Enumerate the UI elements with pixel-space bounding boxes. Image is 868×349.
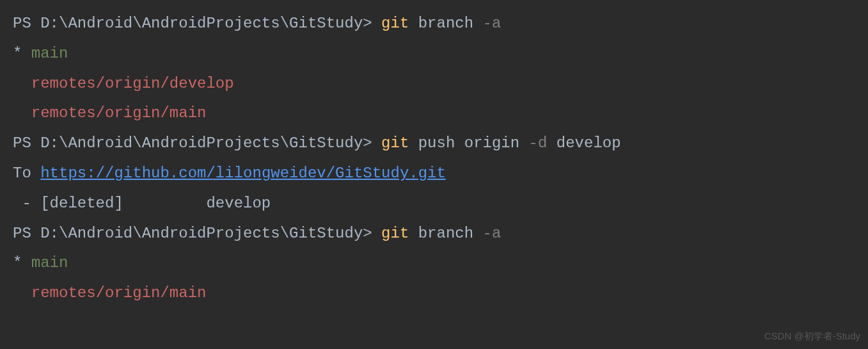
- terminal-line-2: * main: [13, 39, 859, 69]
- terminal-line-3: remotes/origin/develop: [13, 69, 859, 99]
- remote-branch: remotes/origin/develop: [31, 75, 234, 92]
- deleted-prefix: - [deleted]: [13, 195, 206, 212]
- deleted-branch: develop: [206, 195, 271, 212]
- current-branch: main: [31, 254, 68, 272]
- terminal-line-8: PS D:\Android\AndroidProjects\GitStudy> …: [13, 219, 859, 249]
- current-branch-marker: *: [13, 45, 22, 62]
- terminal-line-4: remotes/origin/main: [13, 99, 859, 129]
- ps-prompt: PS D:\Android\AndroidProjects\GitStudy>: [13, 225, 381, 242]
- terminal-line-1: PS D:\Android\AndroidProjects\GitStudy> …: [13, 9, 859, 39]
- ps-prompt: PS D:\Android\AndroidProjects\GitStudy>: [13, 15, 381, 32]
- git-flag: -a: [483, 15, 501, 32]
- git-command: git: [381, 134, 409, 152]
- git-subcommand: branch: [418, 225, 473, 242]
- terminal-line-5: PS D:\Android\AndroidProjects\GitStudy> …: [13, 129, 859, 159]
- remote-branch: remotes/origin/main: [31, 284, 207, 302]
- push-to-label: To: [13, 165, 40, 182]
- git-subcommand: branch: [418, 15, 473, 32]
- git-flag: -a: [483, 225, 501, 242]
- terminal-line-7: - [deleted] develop: [13, 189, 859, 219]
- git-command: git: [381, 15, 409, 32]
- git-subcommand: push origin: [418, 134, 519, 152]
- terminal-line-10: remotes/origin/main: [13, 279, 859, 309]
- terminal-line-9: * main: [13, 248, 859, 279]
- git-arg: develop: [556, 134, 621, 152]
- current-branch: main: [31, 45, 68, 62]
- remote-branch: remotes/origin/main: [31, 104, 207, 122]
- current-branch-marker: *: [13, 254, 22, 272]
- terminal-line-6: To https://github.com/lilongweidev/GitSt…: [13, 159, 859, 189]
- repo-url-link[interactable]: https://github.com/lilongweidev/GitStudy…: [40, 165, 446, 182]
- watermark: CSDN @初学者-Study: [764, 327, 860, 345]
- ps-prompt: PS D:\Android\AndroidProjects\GitStudy>: [13, 134, 381, 152]
- git-command: git: [381, 225, 409, 242]
- git-flag: -d: [529, 134, 548, 152]
